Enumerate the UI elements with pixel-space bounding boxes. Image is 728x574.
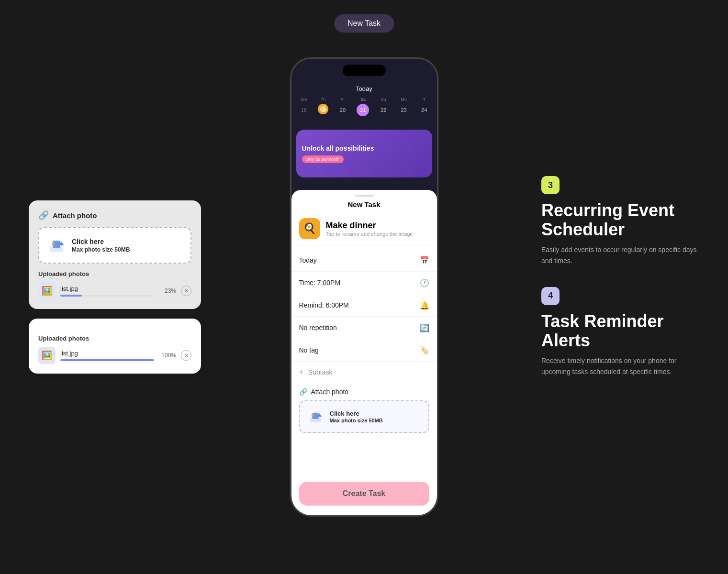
row-time-label: Time: 7:00PM bbox=[299, 279, 341, 287]
file-info-1: list.jpg bbox=[60, 285, 154, 297]
row-repetition[interactable]: No repetition 🔄 bbox=[291, 317, 437, 339]
file-thumb-1: 🖼️ bbox=[38, 282, 56, 299]
cal-num-th: 🌕 bbox=[318, 104, 328, 114]
row-remind[interactable]: Remind: 6:00PM 🔔 bbox=[291, 294, 437, 317]
row-today[interactable]: Today 📅 bbox=[291, 249, 437, 272]
calendar-today: Today bbox=[291, 85, 437, 92]
cal-num-mo: 23 bbox=[398, 104, 410, 116]
feature-desc-2: Receive timely notifications on your pho… bbox=[541, 355, 699, 377]
file-thumb-2: 🖼️ bbox=[38, 347, 56, 364]
click-here-1: Click here bbox=[72, 238, 130, 245]
file-pct-1: 23% bbox=[159, 287, 176, 294]
max-size-1: Max photo size 50MB bbox=[72, 246, 130, 253]
task-emoji: 🍳 bbox=[299, 218, 320, 239]
dropzone-1[interactable]: Click here Max photo size 50MB bbox=[38, 227, 191, 264]
cal-day-sa: Sa 21 bbox=[357, 97, 369, 116]
upload-card-partial: 🔗 Attach photo Click here Max photo size… bbox=[29, 200, 201, 309]
link-icon-sheet: 🔗 bbox=[299, 388, 307, 396]
create-task-button[interactable]: Create Task bbox=[299, 482, 429, 506]
promo-text: Unlock all possibilities Only $2.99/mont… bbox=[302, 144, 374, 163]
task-name: Make dinner bbox=[326, 221, 413, 231]
file-row-1: 🖼️ list.jpg 23% ✕ bbox=[38, 282, 191, 299]
cal-abbr-th: Th bbox=[321, 97, 326, 102]
dropzone-text-1: Click here Max photo size 50MB bbox=[72, 238, 130, 253]
progress-fill-2 bbox=[60, 359, 154, 361]
promo-badge: Only $2.99/month bbox=[302, 155, 344, 163]
svg-point-2 bbox=[52, 242, 55, 245]
file-row-2: 🖼️ list.jpg 100% ✕ bbox=[38, 347, 191, 364]
page-container: New Task 🔗 Attach photo Click bbox=[0, 0, 728, 574]
left-cards: 🔗 Attach photo Click here Max photo size… bbox=[29, 200, 201, 374]
cal-day-fr: Fr 20 bbox=[336, 97, 349, 116]
uploaded-title-2: Uploaded photos bbox=[38, 335, 191, 342]
feature-1: 3 Recurring EventScheduler Easily add ev… bbox=[541, 176, 699, 266]
uploaded-title-1: Uploaded photos bbox=[38, 270, 191, 277]
subtask-row[interactable]: + Subtask bbox=[291, 362, 437, 383]
cal-num-sa: 21 bbox=[357, 104, 369, 116]
task-title-group: Make dinner Tap to rename and change the… bbox=[326, 221, 413, 237]
phone-wrapper: Today We 18 Th 🌕 Fr 20 Sa 21 bbox=[290, 57, 438, 517]
task-header[interactable]: 🍳 Make dinner Tap to rename and change t… bbox=[291, 213, 437, 241]
cal-abbr-mo: Mo bbox=[401, 97, 407, 102]
row-time-icon: 🕐 bbox=[420, 278, 429, 287]
attach-label-1: Attach photo bbox=[53, 211, 97, 220]
feature-desc-1: Easily add events to occur regularly on … bbox=[541, 244, 699, 266]
file-name-2: list.jpg bbox=[60, 350, 154, 357]
plus-icon: + bbox=[299, 368, 303, 376]
click-here-sheet: Click here bbox=[330, 410, 383, 417]
progress-fill-1 bbox=[60, 295, 82, 297]
cal-day-su: Su 22 bbox=[377, 97, 390, 116]
attach-section: 🔗 Attach photo bbox=[291, 383, 437, 438]
row-repetition-label: No repetition bbox=[299, 324, 337, 331]
dynamic-island bbox=[343, 65, 386, 76]
cal-abbr-su: Su bbox=[381, 97, 386, 102]
file-name-1: list.jpg bbox=[60, 285, 154, 292]
cal-day-tu: T 24 bbox=[418, 97, 430, 116]
feature-title-1: Recurring EventScheduler bbox=[541, 201, 699, 239]
uploaded-section-2: Uploaded photos 🖼️ list.jpg 100% ✕ bbox=[38, 335, 191, 364]
attach-dropzone-sheet[interactable]: Click here Max photo size 50MB bbox=[299, 400, 429, 433]
cal-day-mo: Mo 23 bbox=[398, 97, 410, 116]
attach-text-sheet: Click here Max photo size 50MB bbox=[330, 410, 383, 423]
cal-abbr-tu: T bbox=[423, 97, 426, 102]
cal-num-su: 22 bbox=[377, 104, 390, 116]
row-repetition-icon: 🔄 bbox=[420, 323, 429, 332]
row-remind-icon: 🔔 bbox=[420, 300, 429, 310]
progress-bar-2 bbox=[60, 359, 154, 361]
uploaded-section-1: Uploaded photos 🖼️ list.jpg 23% ✕ bbox=[38, 270, 191, 299]
cal-num-we: 18 bbox=[298, 104, 310, 116]
row-tag-label: No tag bbox=[299, 346, 319, 354]
cal-num-tu: 24 bbox=[418, 104, 430, 116]
divider-1 bbox=[291, 245, 437, 245]
subtask-label: Subtask bbox=[308, 368, 333, 376]
feature-badge-2: 4 bbox=[541, 287, 560, 305]
attach-upload-icon bbox=[307, 408, 324, 425]
promo-title: Unlock all possibilities bbox=[302, 144, 374, 153]
file-pct-2: 100% bbox=[159, 352, 176, 359]
sheet-title: New Task bbox=[291, 197, 437, 213]
promo-banner[interactable]: Unlock all possibilities Only $2.99/mont… bbox=[296, 130, 432, 177]
attach-label-sheet: Attach photo bbox=[311, 388, 349, 396]
max-size-sheet: Max photo size 50MB bbox=[330, 418, 383, 423]
link-icon-1: 🔗 bbox=[38, 210, 49, 221]
feature-2: 4 Task ReminderAlerts Receive timely not… bbox=[541, 287, 699, 377]
row-today-icon: 📅 bbox=[420, 255, 429, 265]
cal-abbr-we: We bbox=[301, 97, 307, 102]
phone-frame: Today We 18 Th 🌕 Fr 20 Sa 21 bbox=[290, 57, 438, 517]
row-tag[interactable]: No tag 🏷️ bbox=[291, 339, 437, 362]
cal-day-we: We 18 bbox=[298, 97, 310, 116]
row-time[interactable]: Time: 7:00PM 🕐 bbox=[291, 272, 437, 294]
cal-abbr-fr: Fr bbox=[341, 97, 345, 102]
cal-num-fr: 20 bbox=[336, 104, 349, 116]
new-task-label: New Task bbox=[347, 19, 381, 27]
file-close-1[interactable]: ✕ bbox=[181, 286, 191, 296]
task-subtitle: Tap to rename and change the image bbox=[326, 231, 413, 237]
bottom-sheet: New Task 🍳 Make dinner Tap to rename and… bbox=[291, 190, 437, 515]
right-content: 3 Recurring EventScheduler Easily add ev… bbox=[541, 176, 699, 398]
file-close-2[interactable]: ✕ bbox=[181, 350, 191, 361]
feature-badge-1: 3 bbox=[541, 176, 560, 194]
upload-icon-1 bbox=[47, 236, 66, 255]
row-remind-label: Remind: 6:00PM bbox=[299, 301, 349, 309]
row-tag-icon: 🏷️ bbox=[420, 345, 429, 355]
cal-abbr-sa: Sa bbox=[360, 97, 366, 102]
